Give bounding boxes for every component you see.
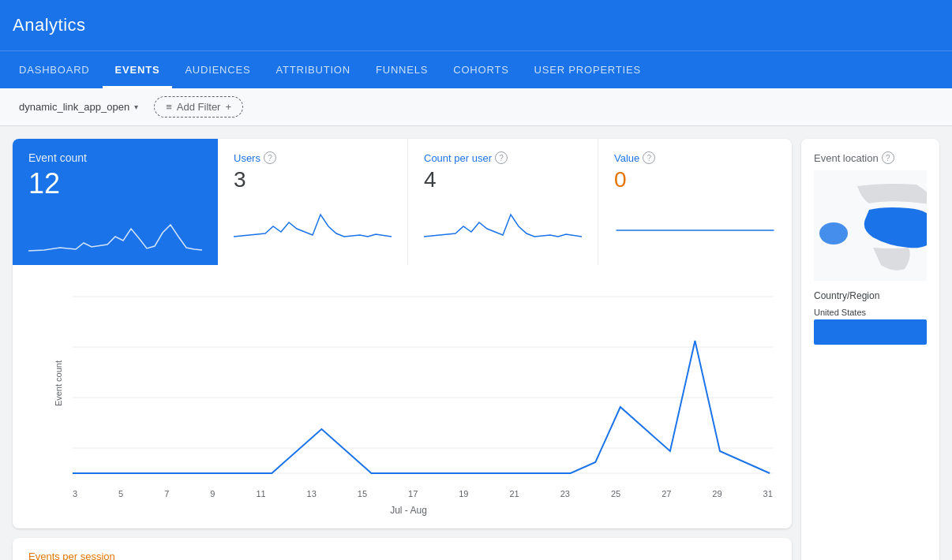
event-location-map — [814, 170, 927, 281]
app-header: Analytics — [0, 0, 952, 50]
country-region-label: Country/Region — [814, 290, 927, 301]
users-info-icon[interactable]: ? — [264, 151, 276, 164]
users-label: Users ? — [234, 151, 392, 164]
event-location-info-icon[interactable]: ? — [882, 151, 894, 164]
x-tick-5: 5 — [118, 489, 123, 498]
chevron-down-icon: ▾ — [134, 103, 138, 111]
nav-item-user-properties[interactable]: USER PROPERTIES — [522, 51, 654, 88]
count-per-user-value: 4 — [424, 167, 582, 192]
count-per-user-info-icon[interactable]: ? — [495, 151, 508, 164]
add-filter-label: Add Filter — [177, 101, 221, 113]
x-tick-29: 29 — [712, 489, 721, 498]
event-count-box: Event count 12 — [13, 139, 218, 265]
nav-bar: DASHBOARD EVENTS AUDIENCES ATTRIBUTION F… — [0, 50, 952, 88]
nav-item-audiences[interactable]: AUDIENCES — [172, 51, 263, 88]
x-tick-3: 3 — [73, 489, 77, 498]
nav-item-dashboard[interactable]: DASHBOARD — [6, 51, 103, 88]
svg-point-12 — [819, 222, 848, 245]
x-tick-11: 11 — [256, 489, 265, 498]
plus-icon: + — [225, 101, 231, 113]
nav-item-cohorts[interactable]: COHORTS — [440, 51, 521, 88]
chart-with-y-axis: Event count 0 2 — [44, 281, 773, 486]
x-tick-21: 21 — [509, 489, 519, 498]
event-selector-value: dynamic_link_app_open — [19, 101, 129, 113]
chart-svg-container: 0 2 4 6 8 — [73, 281, 773, 486]
value-stat-box: Value ? 0 — [598, 139, 792, 265]
map-svg — [814, 170, 927, 281]
value-info-icon[interactable]: ? — [643, 151, 655, 164]
chart-x-label: Jul - Aug — [44, 505, 773, 516]
x-tick-7: 7 — [164, 489, 169, 498]
x-tick-27: 27 — [662, 489, 671, 498]
users-mini-chart — [234, 199, 392, 238]
event-location-title: Event location ? — [814, 151, 927, 164]
y-axis-label: Event count — [54, 360, 63, 406]
us-region-label: United States — [814, 308, 927, 317]
y-axis-container: Event count — [44, 281, 73, 486]
x-tick-13: 13 — [307, 489, 317, 498]
event-count-mini-chart — [28, 213, 202, 252]
events-per-session-card: Events per session — [13, 538, 792, 560]
x-tick-17: 17 — [408, 489, 418, 498]
event-count-label: Event count — [28, 151, 202, 164]
value-chart-svg — [614, 199, 776, 238]
main-chart-area: Event count 0 2 — [13, 265, 792, 528]
count-per-user-mini-chart — [424, 199, 582, 238]
add-filter-button[interactable]: ≡ Add Filter + — [154, 96, 243, 118]
filter-icon: ≡ — [166, 101, 172, 113]
left-panel: Event count 12 Users ? 3 — [13, 139, 792, 560]
event-selector[interactable]: dynamic_link_app_open ▾ — [13, 98, 144, 116]
count-per-user-label: Count per user ? — [424, 151, 582, 164]
x-tick-31: 31 — [763, 489, 773, 498]
value-label: Value ? — [614, 151, 776, 164]
main-chart-svg: 0 2 4 6 8 — [73, 281, 773, 486]
count-per-user-stat-box: Count per user ? 4 — [408, 139, 598, 265]
right-panel: Event location ? Country/Region United S… — [801, 139, 939, 560]
x-tick-23: 23 — [560, 489, 570, 498]
x-tick-25: 25 — [611, 489, 620, 498]
count-per-user-chart-svg — [424, 199, 582, 238]
x-tick-15: 15 — [358, 489, 367, 498]
x-axis-ticks: 3 5 7 9 11 13 15 17 19 21 23 25 27 29 31 — [44, 489, 773, 498]
x-tick-19: 19 — [459, 489, 468, 498]
event-count-value: 12 — [28, 167, 202, 200]
value-mini-chart — [614, 199, 776, 238]
us-region-row: United States — [814, 308, 927, 345]
nav-item-attribution[interactable]: ATTRIBUTION — [263, 51, 363, 88]
stats-row: Event count 12 Users ? 3 — [13, 139, 792, 265]
events-per-session-title: Events per session — [28, 551, 776, 560]
app-title: Analytics — [13, 15, 86, 35]
users-stat-box: Users ? 3 — [218, 139, 408, 265]
filter-bar: dynamic_link_app_open ▾ ≡ Add Filter + — [0, 88, 952, 126]
nav-item-events[interactable]: EVENTS — [103, 51, 173, 88]
nav-item-funnels[interactable]: FUNNELS — [363, 51, 440, 88]
stats-card: Event count 12 Users ? 3 — [13, 139, 792, 528]
x-tick-9: 9 — [210, 489, 215, 498]
users-value: 3 — [234, 167, 392, 192]
main-content: Event count 12 Users ? 3 — [0, 126, 952, 560]
us-region-bar-fill — [814, 319, 927, 345]
mini-chart-svg-white — [28, 213, 202, 252]
value-value: 0 — [614, 167, 776, 192]
users-chart-svg — [234, 199, 392, 238]
us-region-bar — [814, 319, 927, 345]
